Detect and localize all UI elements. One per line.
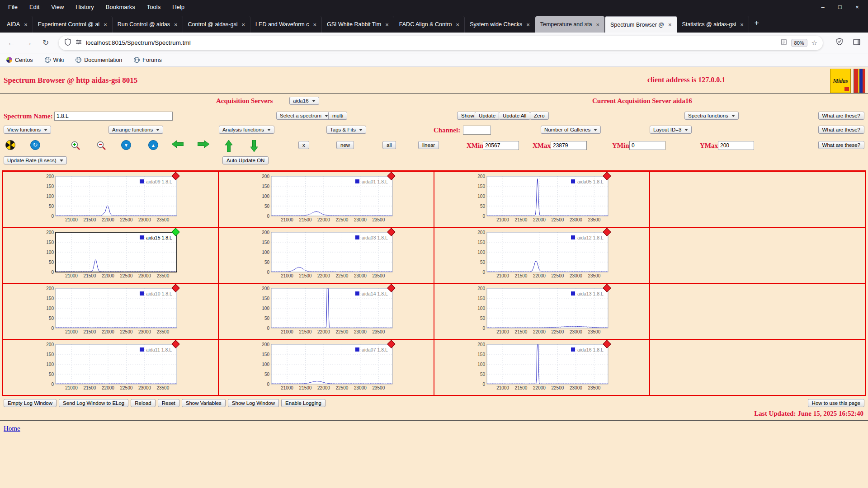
show-variables-button[interactable]: Show Variables: [182, 399, 226, 407]
reader-mode-icon[interactable]: [781, 39, 787, 47]
update-button[interactable]: Update: [475, 112, 500, 120]
minimize-button[interactable]: –: [816, 4, 829, 10]
url-text[interactable]: localhost:8015/Spectrum/Spectrum.tml: [86, 39, 777, 46]
show-log-window-button[interactable]: Show Log Window: [228, 399, 279, 407]
bookmark-wiki[interactable]: Wiki: [45, 57, 64, 63]
auto-update-button[interactable]: Auto Update ON: [222, 156, 269, 164]
move-right-icon[interactable]: [198, 140, 209, 148]
spectrum-cell-aida11[interactable]: 0501001502002100021500220002250023000235…: [3, 339, 218, 395]
channel-input[interactable]: [463, 126, 491, 135]
zoom-out-icon[interactable]: [96, 140, 107, 151]
reload-button[interactable]: ↻: [39, 38, 52, 47]
tab-run-control-aidas[interactable]: Run Control @ aidas×: [113, 16, 183, 33]
what-are-these-button-2[interactable]: What are these?: [818, 126, 864, 134]
expand-spectra-icon[interactable]: ▲: [148, 140, 158, 150]
xmin-input[interactable]: [483, 141, 519, 150]
spectrum-cell-aida09[interactable]: 0501001502002100021500220002250023000235…: [3, 171, 218, 227]
close-button[interactable]: ×: [851, 4, 863, 10]
update-rate-dropdown[interactable]: Update Rate (8 secs): [4, 156, 67, 164]
zero-button[interactable]: Zero: [530, 112, 549, 120]
linear-button[interactable]: linear: [418, 141, 439, 149]
maximize-button[interactable]: □: [834, 4, 846, 10]
tab-close-icon[interactable]: ×: [24, 21, 28, 28]
refresh-icon[interactable]: ↻: [30, 140, 40, 150]
zoom-level[interactable]: 80%: [791, 39, 807, 47]
tab-close-icon[interactable]: ×: [242, 21, 245, 28]
permissions-icon[interactable]: [75, 39, 82, 47]
tab-fadc-align-contro[interactable]: FADC Align & Contro×: [394, 16, 465, 33]
multi-button[interactable]: multi: [328, 112, 347, 120]
ymin-input[interactable]: [629, 141, 665, 150]
reset-button[interactable]: Reset: [158, 399, 179, 407]
spectrum-cell-aida10[interactable]: 0501001502002100021500220002250023000235…: [3, 283, 218, 339]
spectrum-cell-aida01[interactable]: 0501001502002100021500220002250023000235…: [218, 171, 434, 227]
url-bar[interactable]: localhost:8015/Spectrum/Spectrum.tml 80%…: [59, 36, 823, 50]
spectrum-cell-aida14[interactable]: 0501001502002100021500220002250023000235…: [218, 283, 434, 339]
tab-close-icon[interactable]: ×: [104, 21, 107, 28]
spectrum-cell-aida15[interactable]: 0501001502002100021500220002250023000235…: [3, 227, 218, 283]
tab-led-and-waveform-c[interactable]: LED and Waveform c×: [250, 16, 322, 33]
tab-close-icon[interactable]: ×: [456, 21, 460, 28]
spectrum-cell-aida05[interactable]: 0501001502002100021500220002250023000235…: [434, 171, 650, 227]
xmax-input[interactable]: [551, 141, 587, 150]
save-page-icon[interactable]: [833, 38, 846, 47]
bookmark-centos[interactable]: Centos: [6, 57, 33, 63]
menu-view[interactable]: View: [47, 2, 68, 12]
view-functions-dropdown[interactable]: View functions: [4, 126, 51, 134]
menu-edit[interactable]: Edit: [25, 2, 44, 12]
bookmark-star-icon[interactable]: ☆: [811, 39, 817, 47]
spectrum-cell-aida16[interactable]: 0501001502002100021500220002250023000235…: [434, 339, 650, 395]
tab-temperature-and-sta[interactable]: Temperature and sta×: [535, 16, 605, 33]
enable-logging-button[interactable]: Enable Logging: [281, 399, 326, 407]
what-are-these-button-3[interactable]: What are these?: [818, 141, 864, 149]
tab-statistics-aidas-gsi[interactable]: Statistics @ aidas-gsi×: [677, 16, 749, 33]
update-all-button[interactable]: Update All: [499, 112, 530, 120]
tags-fits-dropdown[interactable]: Tags & Fits: [326, 126, 366, 134]
menu-history[interactable]: History: [71, 2, 98, 12]
tab-close-icon[interactable]: ×: [526, 21, 530, 28]
spectrum-cell-aida12[interactable]: 0501001502002100021500220002250023000235…: [434, 227, 650, 283]
home-link[interactable]: Home: [4, 425, 20, 432]
what-are-these-button-1[interactable]: What are these?: [818, 112, 864, 120]
tab-gsi-white-rabbit-tim[interactable]: GSI White Rabbit Tim×: [322, 16, 394, 33]
number-of-galleries-dropdown[interactable]: Number of Galleries: [541, 126, 601, 134]
zoom-in-icon[interactable]: [70, 140, 81, 151]
acquisition-server-select[interactable]: aida16: [289, 97, 319, 105]
spectrum-name-input[interactable]: [54, 112, 173, 121]
menu-tools[interactable]: Tools: [142, 2, 165, 12]
tab-close-icon[interactable]: ×: [740, 21, 744, 28]
spectrum-cell-aida13[interactable]: 0501001502002100021500220002250023000235…: [434, 283, 650, 339]
bookmark-forums[interactable]: Forums: [134, 57, 161, 63]
menu-help[interactable]: Help: [168, 2, 189, 12]
spectrum-cell-aida07[interactable]: 0501001502002100021500220002250023000235…: [218, 339, 434, 395]
ymax-input[interactable]: [718, 141, 754, 150]
menu-bookmarks[interactable]: Bookmarks: [101, 2, 140, 12]
move-down-icon[interactable]: [250, 140, 258, 152]
layout-id-dropdown[interactable]: Layout ID=3: [650, 126, 692, 134]
tab-close-icon[interactable]: ×: [596, 21, 599, 28]
tab-control-aidas-gsi[interactable]: Control @ aidas-gsi×: [183, 16, 251, 33]
tab-aida[interactable]: AIDA×: [2, 16, 33, 33]
tab-experiment-control-ai[interactable]: Experiment Control @ ai×: [33, 16, 113, 33]
spectrum-cell-aida03[interactable]: 0501001502002100021500220002250023000235…: [218, 227, 434, 283]
arrange-functions-dropdown[interactable]: Arrange functions: [108, 126, 163, 134]
menu-file[interactable]: File: [4, 2, 22, 12]
radiation-warning-icon[interactable]: [5, 140, 15, 150]
all-button[interactable]: all: [382, 141, 396, 149]
reload-button[interactable]: Reload: [131, 399, 155, 407]
select-spectrum-dropdown[interactable]: Select a spectrum: [276, 112, 332, 120]
shield-icon[interactable]: [64, 38, 71, 47]
bookmark-documentation[interactable]: Documentation: [75, 57, 122, 63]
new-button[interactable]: new: [336, 141, 354, 149]
back-button[interactable]: ←: [5, 38, 18, 47]
forward-button[interactable]: →: [22, 38, 35, 47]
tab-system-wide-checks[interactable]: System wide Checks×: [465, 16, 535, 33]
x-button[interactable]: x: [298, 141, 309, 149]
new-tab-button[interactable]: +: [749, 19, 764, 28]
tab-spectrum-browser[interactable]: Spectrum Browser @×: [605, 16, 677, 33]
tab-close-icon[interactable]: ×: [313, 21, 316, 28]
move-up-icon[interactable]: [225, 140, 233, 152]
spectra-functions-dropdown[interactable]: Spectra functions: [684, 112, 739, 120]
sidebar-icon[interactable]: [850, 38, 863, 47]
move-left-icon[interactable]: [172, 140, 184, 148]
